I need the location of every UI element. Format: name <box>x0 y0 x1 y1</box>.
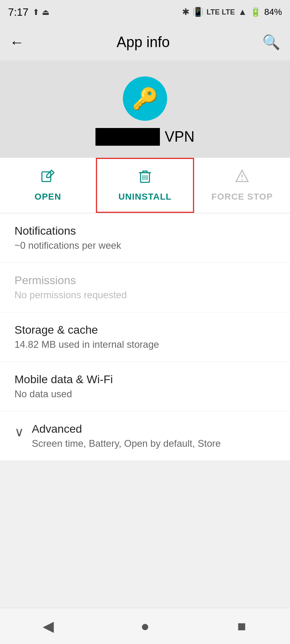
advanced-content: Advanced Screen time, Battery, Open by d… <box>32 423 221 449</box>
uninstall-button[interactable]: UNINSTALL <box>96 158 194 213</box>
advanced-title: Advanced <box>32 423 221 436</box>
top-bar: ← App info 🔍 <box>0 24 290 60</box>
mobile-data-sub: No data used <box>14 388 276 400</box>
page-title: App info <box>116 34 170 51</box>
svg-point-2 <box>242 179 243 180</box>
back-nav-button[interactable]: ◀ <box>32 610 64 642</box>
notifications-item[interactable]: Notifications ~0 notifications per week <box>0 213 290 263</box>
list-section: Notifications ~0 notifications per week … <box>0 213 290 460</box>
bottom-nav: ◀ ● ■ <box>0 608 290 644</box>
battery-level: 84% <box>264 7 282 17</box>
home-nav-button[interactable]: ● <box>129 610 161 642</box>
notifications-sub: ~0 notifications per week <box>14 240 276 251</box>
app-icon: 🔑 <box>123 76 167 121</box>
permissions-item: Permissions No permissions requested <box>0 263 290 312</box>
status-time: 7:17 <box>8 6 29 19</box>
app-header: 🔑 VPN <box>0 60 290 158</box>
storage-title: Storage & cache <box>14 324 276 336</box>
phone-lte-icon: LTE LTE <box>207 8 235 17</box>
key-icon: 🔑 <box>132 87 158 111</box>
app-name-redacted <box>95 128 160 146</box>
usb-icon: ⏏ <box>42 7 50 17</box>
app-name-suffix: VPN <box>165 128 195 145</box>
notifications-title: Notifications <box>14 225 276 237</box>
search-button[interactable]: 🔍 <box>262 34 280 51</box>
vibrate-icon: 📳 <box>193 7 203 17</box>
mobile-data-item[interactable]: Mobile data & Wi-Fi No data used <box>0 362 290 411</box>
status-bar: 7:17 ⬆ ⏏ ✱ 📳 LTE LTE ▲ 🔋 84% <box>0 0 290 24</box>
advanced-sub: Screen time, Battery, Open by default, S… <box>32 438 221 449</box>
permissions-sub: No permissions requested <box>14 289 276 301</box>
app-name-row: VPN <box>95 128 195 146</box>
open-label: OPEN <box>35 192 61 202</box>
force-stop-button: FORCE STOP <box>194 158 290 213</box>
recents-nav-button[interactable]: ■ <box>226 610 258 642</box>
page-content: Notifications ~0 notifications per week … <box>0 213 290 501</box>
status-icons: ⬆ ⏏ <box>33 7 50 17</box>
signal-icon: ▲ <box>238 7 247 17</box>
bluetooth-icon: ✱ <box>182 7 189 17</box>
battery-icon: 🔋 <box>250 7 261 17</box>
uninstall-label: UNINSTALL <box>118 192 172 202</box>
storage-sub: 14.82 MB used in internal storage <box>14 339 276 350</box>
force-stop-label: FORCE STOP <box>211 192 273 202</box>
upload-icon: ⬆ <box>33 7 39 17</box>
status-bar-right: ✱ 📳 LTE LTE ▲ 🔋 84% <box>182 7 282 17</box>
storage-item[interactable]: Storage & cache 14.82 MB used in interna… <box>0 312 290 362</box>
mobile-data-title: Mobile data & Wi-Fi <box>14 373 276 386</box>
open-button[interactable]: OPEN <box>0 158 96 213</box>
permissions-title: Permissions <box>14 274 276 287</box>
open-icon <box>40 169 56 188</box>
actions-row: OPEN UNINSTALL FORCE STOP <box>0 158 290 213</box>
warning-icon <box>234 169 250 188</box>
trash-icon <box>137 169 153 188</box>
back-button[interactable]: ← <box>10 34 24 51</box>
advanced-item[interactable]: ∨ Advanced Screen time, Battery, Open by… <box>0 411 290 460</box>
chevron-down-icon: ∨ <box>14 424 24 440</box>
status-bar-left: 7:17 ⬆ ⏏ <box>8 6 50 19</box>
